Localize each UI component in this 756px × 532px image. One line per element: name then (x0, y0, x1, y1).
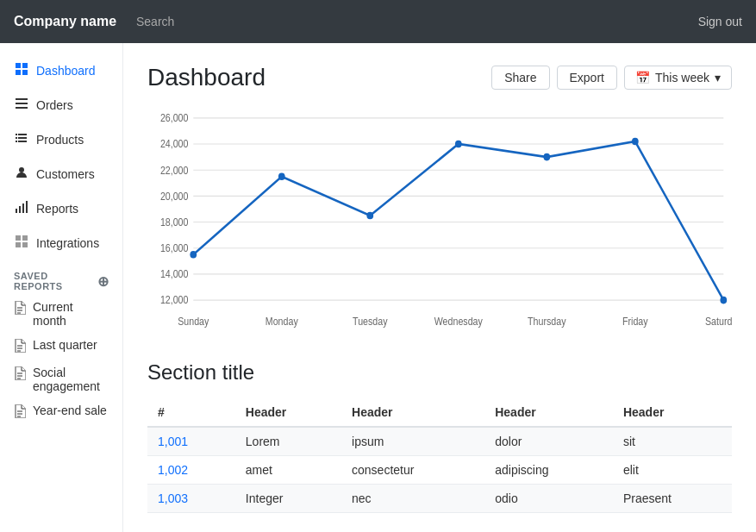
data-table: #HeaderHeaderHeaderHeader 1,001Loremipsu… (147, 398, 732, 513)
sidebar-item-reports[interactable]: Reports (0, 191, 122, 226)
table-cell: Praesent (613, 485, 732, 513)
table-row: 1,002ametconsecteturadipiscingelit (147, 456, 732, 485)
search-input[interactable] (126, 15, 698, 28)
table-column-header: Header (613, 398, 732, 427)
file-icon (14, 301, 26, 317)
dashboard-icon (14, 62, 29, 79)
svg-text:22,000: 22,000 (160, 165, 189, 176)
customers-icon (14, 166, 29, 183)
sign-out-button[interactable]: Sign out (698, 15, 742, 28)
table-cell[interactable]: 1,001 (147, 427, 235, 456)
svg-text:14,000: 14,000 (160, 269, 189, 280)
table-cell: dolor (484, 427, 613, 456)
table-column-header: Header (484, 398, 613, 427)
svg-rect-1 (16, 103, 28, 104)
sidebar: DashboardOrdersProductsCustomersReportsI… (0, 43, 123, 532)
svg-rect-6 (22, 203, 24, 213)
svg-text:Thursday: Thursday (528, 316, 566, 328)
sidebar-label-dashboard: Dashboard (36, 64, 96, 78)
sidebar-saved-year-end-sale[interactable]: Year-end sale (0, 398, 122, 426)
table-column-header: Header (341, 398, 484, 427)
sidebar-saved-social-engagement[interactable]: Social engagement (0, 360, 122, 398)
brand-name: Company name (14, 14, 126, 29)
share-button[interactable]: Share (491, 66, 549, 90)
svg-point-34 (455, 141, 462, 148)
table-cell: adipiscing (484, 456, 613, 485)
svg-point-36 (632, 138, 639, 146)
layout: DashboardOrdersProductsCustomersReportsI… (0, 43, 756, 532)
products-icon (14, 131, 29, 148)
sidebar-item-customers[interactable]: Customers (0, 157, 122, 191)
table-cell: ipsum (341, 427, 484, 456)
sidebar-saved-last-quarter[interactable]: Last quarter (0, 333, 122, 360)
table-cell[interactable]: 1,002 (147, 456, 235, 485)
svg-text:12,000: 12,000 (160, 295, 189, 306)
table-row: 1,001Loremipsumdolorsit (147, 427, 732, 456)
table-cell: nec (341, 485, 484, 513)
chevron-down-icon: ▾ (715, 71, 721, 84)
svg-text:Friday: Friday (622, 316, 648, 328)
page-header: Dashboard Share Export 📅 This week ▾ (147, 64, 732, 91)
svg-text:26,000: 26,000 (160, 113, 189, 124)
svg-text:Tuesday: Tuesday (353, 316, 388, 328)
svg-text:20,000: 20,000 (160, 191, 189, 202)
orders-icon (14, 97, 29, 114)
saved-item-label-last-quarter: Last quarter (33, 338, 97, 352)
sidebar-item-integrations[interactable]: Integrations (0, 226, 122, 260)
svg-text:18,000: 18,000 (160, 216, 189, 228)
svg-point-37 (720, 297, 727, 304)
table-row: 1,003IntegernecodioPraesent (147, 485, 732, 513)
section-title: Section title (147, 360, 732, 385)
calendar-icon: 📅 (635, 71, 650, 84)
sidebar-label-orders: Orders (36, 98, 73, 112)
svg-rect-2 (16, 107, 28, 109)
file-icon (14, 404, 26, 421)
svg-rect-0 (16, 98, 28, 100)
chart-container: 26,00024,00022,00020,00018,00016,00014,0… (147, 109, 732, 333)
svg-text:Monday: Monday (266, 316, 298, 328)
svg-point-32 (278, 172, 285, 180)
sidebar-item-products[interactable]: Products (0, 122, 122, 157)
sidebar-label-integrations: Integrations (36, 236, 99, 250)
svg-text:Wednesday: Wednesday (434, 316, 483, 328)
saved-item-label-year-end-sale: Year-end sale (33, 404, 107, 417)
svg-text:Saturday: Saturday (705, 316, 732, 328)
svg-rect-4 (16, 209, 17, 213)
saved-item-label-social-engagement: Social engagement (33, 366, 109, 393)
svg-text:16,000: 16,000 (160, 243, 189, 254)
top-nav: Company name Sign out (0, 0, 756, 43)
export-button[interactable]: Export (557, 66, 617, 90)
sidebar-item-dashboard[interactable]: Dashboard (0, 53, 122, 88)
this-week-label: This week (655, 71, 709, 84)
table-column-header: Header (235, 398, 341, 427)
sidebar-label-products: Products (36, 133, 84, 147)
integrations-icon (14, 235, 29, 252)
table-cell: Lorem (235, 427, 341, 456)
header-actions: Share Export 📅 This week ▾ (491, 66, 732, 90)
table-cell: odio (484, 485, 613, 513)
saved-reports-label: SAVED REPORTS (14, 271, 92, 291)
sidebar-item-orders[interactable]: Orders (0, 88, 122, 122)
svg-text:Sunday: Sunday (178, 316, 209, 328)
table-column-header: # (147, 398, 235, 427)
svg-rect-7 (26, 201, 28, 213)
line-chart: 26,00024,00022,00020,00018,00016,00014,0… (147, 109, 732, 333)
saved-reports-section: SAVED REPORTS ⊕ (0, 260, 122, 295)
svg-point-3 (19, 167, 24, 172)
add-saved-report-icon[interactable]: ⊕ (97, 273, 109, 290)
main-content: Dashboard Share Export 📅 This week ▾ (123, 43, 756, 532)
sidebar-saved-current-month[interactable]: Current month (0, 295, 122, 333)
file-icon (14, 339, 26, 355)
table-cell: elit (613, 456, 732, 485)
table-cell: consectetur (341, 456, 484, 485)
table-cell: sit (613, 427, 732, 456)
table-cell: amet (235, 456, 341, 485)
this-week-button[interactable]: 📅 This week ▾ (624, 66, 732, 90)
reports-icon (14, 200, 29, 217)
sidebar-label-customers: Customers (36, 167, 95, 181)
svg-point-33 (366, 212, 373, 220)
svg-point-31 (190, 251, 197, 259)
table-cell[interactable]: 1,003 (147, 485, 235, 513)
sidebar-label-reports: Reports (36, 202, 78, 216)
saved-item-label-current-month: Current month (33, 300, 109, 328)
